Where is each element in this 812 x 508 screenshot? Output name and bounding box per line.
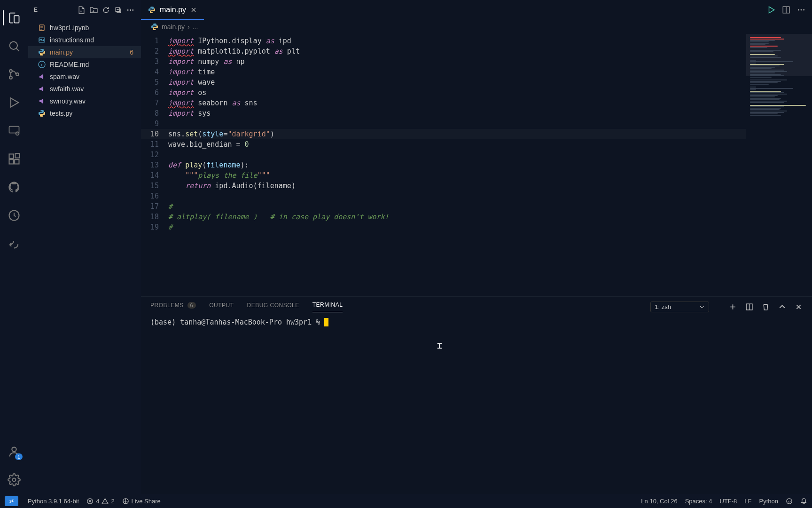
sidebar-title: E <box>34 7 74 13</box>
svg-rect-9 <box>15 153 19 158</box>
split-editor-icon[interactable] <box>782 6 790 14</box>
status-language[interactable]: Python <box>759 498 778 505</box>
svg-rect-8 <box>15 159 19 164</box>
file-item[interactable]: swnotry.wav <box>28 95 141 107</box>
collapse-all-icon[interactable] <box>113 5 123 15</box>
kill-terminal-icon[interactable] <box>762 303 770 311</box>
new-folder-icon[interactable] <box>88 5 99 15</box>
file-name: instructions.md <box>50 36 135 44</box>
text-cursor-icon: ⌶ <box>437 341 442 350</box>
close-panel-icon[interactable] <box>795 303 803 311</box>
extensions-icon[interactable] <box>3 148 25 170</box>
svg-rect-7 <box>9 159 14 164</box>
terminal-cursor <box>324 318 328 326</box>
split-terminal-icon[interactable] <box>745 303 753 311</box>
run-debug-icon[interactable] <box>3 91 25 114</box>
svg-point-12 <box>13 478 16 482</box>
svg-point-14 <box>127 9 128 11</box>
file-name: spam.wav <box>50 73 135 80</box>
status-cursor-position[interactable]: Ln 10, Col 26 <box>641 498 677 505</box>
status-liveshare[interactable]: Live Share <box>122 498 161 505</box>
status-notifications-icon[interactable] <box>800 498 807 505</box>
source-control-icon[interactable] <box>3 63 25 86</box>
tab-problems[interactable]: PROBLEMS 6 <box>150 302 196 312</box>
close-icon[interactable] <box>190 6 197 14</box>
breadcrumbs[interactable]: main.py › ... <box>141 20 812 34</box>
file-type-icon <box>38 60 46 69</box>
remote-explorer-icon[interactable] <box>3 119 25 142</box>
file-type-icon <box>38 85 46 93</box>
tab-output[interactable]: OUTPUT <box>209 302 234 312</box>
python-icon <box>148 6 156 14</box>
file-name: swnotry.wav <box>50 97 135 105</box>
file-name: tests.py <box>50 110 135 117</box>
tab-terminal[interactable]: TERMINAL <box>312 302 343 312</box>
svg-point-3 <box>16 73 19 76</box>
bottom-panel: PROBLEMS 6 OUTPUT DEBUG CONSOLE TERMINAL… <box>141 296 812 494</box>
new-terminal-icon[interactable] <box>729 303 737 311</box>
timeline-icon[interactable] <box>3 204 25 227</box>
file-item[interactable]: hw3pr1.ipynb <box>28 22 141 34</box>
file-error-count: 6 <box>130 48 135 56</box>
share-icon[interactable] <box>3 232 25 255</box>
breadcrumb-more: ... <box>193 23 198 31</box>
file-type-icon <box>38 72 46 81</box>
explorer-sidebar: E hw3pr1.ipynbinstructions.mdmain.py6REA… <box>28 0 141 494</box>
more-icon[interactable] <box>125 5 135 15</box>
activity-bar: 1 <box>0 0 28 494</box>
tab-bar: main.py <box>141 0 812 20</box>
svg-point-5 <box>16 132 19 135</box>
accounts-icon[interactable]: 1 <box>3 440 25 463</box>
file-type-icon <box>38 24 46 32</box>
accounts-badge: 1 <box>15 453 23 460</box>
tab-debug-console[interactable]: DEBUG CONSOLE <box>247 302 299 312</box>
file-item[interactable]: tests.py <box>28 107 141 119</box>
refresh-icon[interactable] <box>101 5 111 15</box>
problems-count: 6 <box>187 302 196 309</box>
status-eol[interactable]: LF <box>744 498 751 505</box>
status-python-interpreter[interactable]: Python 3.9.1 64-bit <box>28 498 79 505</box>
file-name: hw3pr1.ipynb <box>50 24 135 32</box>
editor-area: main.py main.py › ... 1import IPython.di… <box>141 0 812 494</box>
code-editor[interactable]: 1import IPython.display as ipd 2import m… <box>141 34 746 296</box>
file-item[interactable]: main.py6 <box>28 46 141 58</box>
file-item[interactable]: instructions.md <box>28 34 141 46</box>
maximize-panel-icon[interactable] <box>778 303 786 311</box>
svg-point-22 <box>801 9 802 11</box>
file-name: swfaith.wav <box>50 85 135 93</box>
svg-point-15 <box>130 9 131 11</box>
tab-main-py[interactable]: main.py <box>141 0 204 20</box>
svg-point-21 <box>798 9 799 11</box>
file-type-icon <box>38 109 46 118</box>
remote-window-icon[interactable] <box>5 496 18 506</box>
terminal-select[interactable]: 1: zsh <box>650 302 709 312</box>
status-feedback-icon[interactable] <box>786 498 793 505</box>
tab-label: main.py <box>160 6 186 14</box>
status-encoding[interactable]: UTF-8 <box>720 498 737 505</box>
svg-point-1 <box>9 70 12 72</box>
svg-rect-6 <box>9 154 14 159</box>
new-file-icon[interactable] <box>76 5 86 15</box>
svg-point-0 <box>10 42 17 49</box>
file-item[interactable]: README.md <box>28 58 141 71</box>
terminal[interactable]: (base) tanha@Tanhas-MacBook-Pro hw3pr1 %… <box>141 312 812 494</box>
status-bar: Python 3.9.1 64-bit 4 2 Live Share Ln 10… <box>0 494 812 508</box>
minimap[interactable] <box>746 34 812 296</box>
file-type-icon <box>38 36 46 44</box>
file-name: main.py <box>50 48 126 56</box>
run-file-icon[interactable] <box>767 6 775 14</box>
python-icon <box>150 23 159 31</box>
file-item[interactable]: swfaith.wav <box>28 83 141 95</box>
status-problems[interactable]: 4 2 <box>86 498 114 505</box>
github-icon[interactable] <box>3 176 25 198</box>
chevron-down-icon <box>699 304 705 310</box>
file-item[interactable]: spam.wav <box>28 71 141 83</box>
status-indentation[interactable]: Spaces: 4 <box>685 498 712 505</box>
search-icon[interactable] <box>3 35 25 57</box>
file-list: hw3pr1.ipynbinstructions.mdmain.py6READM… <box>28 20 141 121</box>
svg-point-2 <box>9 76 12 79</box>
more-actions-icon[interactable] <box>797 6 805 14</box>
settings-gear-icon[interactable] <box>3 468 25 491</box>
explorer-icon[interactable] <box>3 7 25 29</box>
file-type-icon <box>38 48 46 56</box>
